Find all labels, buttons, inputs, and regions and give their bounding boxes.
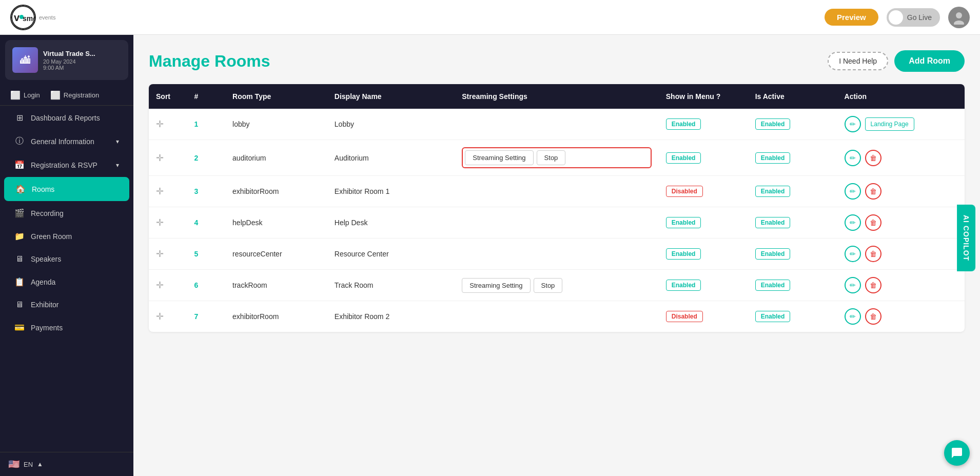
- room-display-name: Exhibitor Room 1: [327, 176, 455, 207]
- streaming-stop-button[interactable]: Stop: [534, 278, 563, 293]
- delete-button[interactable]: 🗑: [865, 246, 881, 262]
- sidebar-item-payments[interactable]: 💳 Payments: [4, 316, 129, 339]
- edit-button[interactable]: ✏: [845, 150, 861, 166]
- streaming-setting-button[interactable]: Streaming Setting: [462, 278, 530, 293]
- nav-label-exhibitor: Exhibitor: [31, 301, 58, 309]
- logo-icon: v smos: [10, 5, 36, 30]
- action-buttons: ✏ 🗑: [845, 246, 957, 262]
- streaming-stop-button[interactable]: Stop: [537, 150, 566, 165]
- sort-handle[interactable]: ✛: [149, 301, 187, 332]
- edit-button[interactable]: ✏: [845, 183, 861, 200]
- sort-handle[interactable]: ✛: [149, 176, 187, 207]
- svg-point-4: [956, 12, 962, 18]
- edit-button[interactable]: ✏: [845, 116, 861, 132]
- room-number-value: 3: [194, 187, 199, 195]
- sidebar-item-agenda[interactable]: 📋 Agenda: [4, 271, 129, 293]
- sort-handle[interactable]: ✛: [149, 239, 187, 270]
- row-number: 3: [187, 176, 226, 207]
- add-room-button[interactable]: Add Room: [894, 50, 965, 72]
- sidebar-item-speakers[interactable]: 🖥 Speakers: [4, 248, 129, 270]
- col-header-#: #: [187, 84, 226, 109]
- row-number: 5: [187, 239, 226, 270]
- header-right: Preview Go Live: [825, 7, 970, 28]
- table-row: ✛1lobbyLobbyEnabledEnabled ✏ Landing Pag…: [149, 109, 965, 140]
- logo-text: events: [39, 14, 55, 21]
- edit-button[interactable]: ✏: [845, 246, 861, 262]
- nav-chevron-registration: ▾: [116, 162, 119, 169]
- sidebar-footer[interactable]: 🇺🇸 EN ▲: [0, 452, 133, 476]
- sidebar-item-general[interactable]: ⓘ General Information ▾: [4, 130, 129, 153]
- sidebar-item-registration[interactable]: 📅 Registration & RSVP ▾: [4, 154, 129, 176]
- delete-button[interactable]: 🗑: [865, 214, 881, 231]
- delete-button[interactable]: 🗑: [865, 183, 881, 200]
- delete-button[interactable]: 🗑: [865, 277, 881, 293]
- nav-icon-payments: 💳: [14, 323, 25, 332]
- table-body: ✛1lobbyLobbyEnabledEnabled ✏ Landing Pag…: [149, 109, 965, 332]
- page-header: Manage Rooms I Need Help Add Room: [149, 50, 965, 72]
- streaming-setting-button[interactable]: Streaming Setting: [465, 150, 533, 165]
- sidebar-item-dashboard[interactable]: ⊞ Dashboard & Reports: [4, 107, 129, 129]
- row-number: 7: [187, 301, 226, 332]
- event-time: 9:00 AM: [43, 65, 95, 71]
- is-active-cell: Enabled: [748, 109, 837, 140]
- action-cell: ✏ 🗑: [837, 140, 965, 176]
- sort-handle[interactable]: ✛: [149, 109, 187, 140]
- col-header-action: Action: [837, 84, 965, 109]
- room-display-name: Help Desk: [327, 207, 455, 239]
- sort-handle[interactable]: ✛: [149, 270, 187, 301]
- is-active-badge: Enabled: [755, 311, 791, 322]
- row-number: 1: [187, 109, 226, 140]
- room-display-name: Lobby: [327, 109, 455, 140]
- page-title: Manage Rooms: [149, 52, 270, 71]
- registration-button[interactable]: ⬜ Registration: [50, 90, 99, 100]
- is-active-cell: Enabled: [748, 239, 837, 270]
- registration-label: Registration: [64, 91, 99, 99]
- streaming-settings-cell: [455, 176, 659, 207]
- drag-icon: ✛: [156, 119, 164, 129]
- delete-button[interactable]: 🗑: [865, 308, 881, 325]
- drag-icon: ✛: [156, 280, 164, 290]
- sidebar-item-rooms[interactable]: 🏠 Rooms: [4, 177, 129, 201]
- room-type: resourceCenter: [225, 239, 327, 270]
- action-cell: ✏ 🗑: [837, 239, 965, 270]
- go-live-toggle[interactable]: Go Live: [887, 8, 940, 27]
- room-type: helpDesk: [225, 207, 327, 239]
- user-avatar[interactable]: [948, 7, 970, 28]
- edit-button[interactable]: ✏: [845, 308, 861, 325]
- sort-handle[interactable]: ✛: [149, 140, 187, 176]
- action-buttons: ✏ 🗑: [845, 183, 957, 200]
- layout: 🏙 Virtual Trade S... 20 May 2024 9:00 AM…: [0, 35, 980, 476]
- is-active-badge: Enabled: [755, 248, 791, 260]
- delete-button[interactable]: 🗑: [865, 150, 881, 166]
- sort-handle[interactable]: ✛: [149, 207, 187, 239]
- nav-label-agenda: Agenda: [31, 278, 55, 286]
- room-number-value: 4: [194, 219, 199, 227]
- nav-icon-exhibitor: 🖥: [14, 300, 25, 309]
- sidebar-item-greenroom[interactable]: 📁 Green Room: [4, 225, 129, 247]
- room-type: exhibitorRoom: [225, 301, 327, 332]
- show-in-menu-badge: Enabled: [666, 217, 701, 228]
- streaming-settings-cell: Streaming Setting Stop: [455, 270, 659, 301]
- preview-button[interactable]: Preview: [825, 9, 878, 26]
- show-in-menu-badge: Disabled: [666, 186, 703, 197]
- streaming-buttons: Streaming Setting Stop: [462, 147, 652, 168]
- ai-copilot-tab[interactable]: AI COPILOT: [957, 205, 975, 271]
- room-display-name: Auditorium: [327, 140, 455, 176]
- edit-button[interactable]: ✏: [845, 214, 861, 231]
- col-header-sort: Sort: [149, 84, 187, 109]
- landing-page-button[interactable]: Landing Page: [865, 117, 914, 131]
- is-active-cell: Enabled: [748, 207, 837, 239]
- header-actions: I Need Help Add Room: [828, 50, 965, 72]
- edit-button[interactable]: ✏: [845, 277, 861, 293]
- nav-label-registration: Registration & RSVP: [31, 161, 97, 169]
- show-in-menu-badge: Enabled: [666, 118, 701, 130]
- sidebar-item-exhibitor[interactable]: 🖥 Exhibitor: [4, 294, 129, 315]
- sidebar-item-recording[interactable]: 🎬 Recording: [4, 202, 129, 224]
- row-number: 6: [187, 270, 226, 301]
- toggle-knob: [889, 10, 903, 25]
- chat-fab[interactable]: [944, 440, 970, 466]
- help-button[interactable]: I Need Help: [828, 52, 888, 70]
- login-button[interactable]: ⬜ Login: [10, 90, 40, 100]
- row-number: 2: [187, 140, 226, 176]
- table-row: ✛3exhibitorRoomExhibitor Room 1DisabledE…: [149, 176, 965, 207]
